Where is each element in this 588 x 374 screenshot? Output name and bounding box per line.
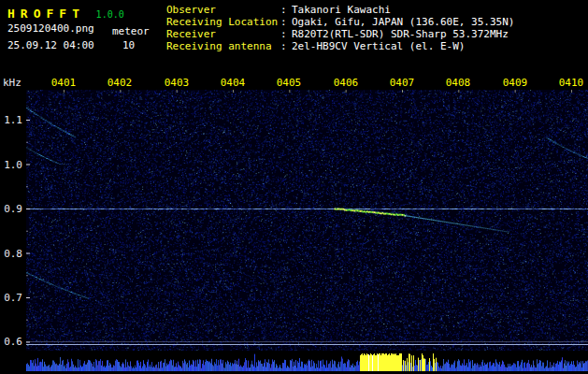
time-tick-label: 0404 <box>221 77 246 89</box>
station-info: Observer : Takanori Kawachi Receiving Lo… <box>166 4 514 52</box>
freq-tick-label: 1.1 <box>0 114 22 126</box>
time-tick-label: 0405 <box>277 77 302 89</box>
time-tick-label: 0401 <box>51 77 77 89</box>
signal-strength-strip <box>26 353 588 371</box>
info-row-antenna: Receiving antenna : 2el-HB9CV Vertical (… <box>166 40 514 52</box>
freq-tick-label: 0.6 <box>0 336 22 348</box>
echo-count: 10 <box>122 39 135 51</box>
time-tick-label: 0410 <box>559 77 584 89</box>
freq-tick-label: 0.8 <box>0 248 22 260</box>
info-row-receiver: Receiver : R820T2(RTL-SDR) SDR-Sharp 53.… <box>166 28 514 40</box>
info-label: Receiver <box>166 28 280 40</box>
freq-tick-label: 1.0 <box>0 159 22 171</box>
app-version: 1.0.0 <box>96 9 124 20</box>
info-label: Receiving antenna <box>166 40 280 52</box>
time-tick-label: 0406 <box>334 77 359 89</box>
time-tick-label: 0409 <box>503 77 528 89</box>
info-label: Observer <box>166 4 280 16</box>
time-tick-label: 0403 <box>165 77 190 89</box>
time-tick-label: 0402 <box>108 77 133 89</box>
time-tick-label: 0408 <box>446 77 471 89</box>
time-tick-label: 0407 <box>390 77 415 89</box>
hrofft-output-screen: HROFFT 1.0.0 2509120400.png meteor 25.09… <box>0 0 588 374</box>
spectrogram-canvas <box>26 90 588 351</box>
time-axis: 0401 0402 0403 0404 0405 0406 0407 0408 … <box>26 77 588 89</box>
info-separator: : <box>280 28 292 40</box>
info-row-observer: Observer : Takanori Kawachi <box>166 4 514 16</box>
info-value: Takanori Kawachi <box>292 4 391 16</box>
info-value: R820T2(RTL-SDR) SDR-Sharp 53.372MHz <box>292 28 509 40</box>
info-label: Receiving Location <box>166 16 280 28</box>
freq-tick-label: 0.7 <box>0 292 22 304</box>
info-separator: : <box>280 16 292 28</box>
info-value: 2el-HB9CV Vertical (el. E-W) <box>292 40 465 52</box>
info-separator: : <box>280 40 292 52</box>
app-title-row: HROFFT 1.0.0 <box>7 4 124 22</box>
freq-axis: 1.1 1.0 0.9 0.8 0.7 0.6 <box>0 0 22 374</box>
freq-tick-label: 0.9 <box>0 203 22 215</box>
info-separator: : <box>280 4 292 16</box>
observation-mode-label: meteor <box>112 25 150 37</box>
info-row-location: Receiving Location : Ogaki, Gifu, JAPAN … <box>166 16 514 28</box>
info-value: Ogaki, Gifu, JAPAN (136.60E, 35.35N) <box>292 16 514 28</box>
